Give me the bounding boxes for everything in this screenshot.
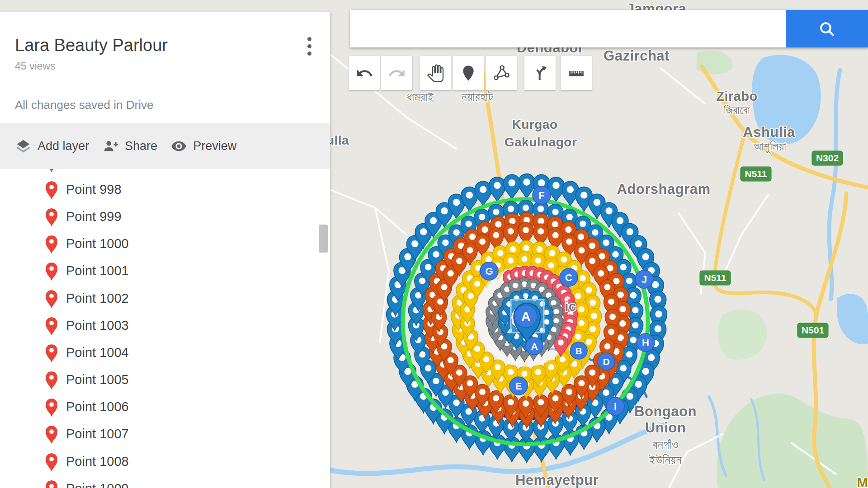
redo-icon	[388, 64, 406, 82]
search-bar	[350, 10, 868, 47]
map-label: ধামরাই	[407, 90, 434, 104]
point-pin-icon	[45, 315, 58, 336]
map-marker-B[interactable]: B	[570, 342, 587, 359]
point-label: Point 1009	[66, 481, 129, 488]
map-label: Ashulia	[743, 124, 795, 140]
directions-button[interactable]	[524, 56, 556, 90]
svg-text:E: E	[515, 380, 522, 392]
left-panel: Lara Beauty Parlour 45 views All changes…	[0, 12, 330, 488]
list-item[interactable]: Point 1004	[0, 339, 330, 366]
svg-text:C: C	[565, 272, 572, 283]
map-marker-A[interactable]: A	[526, 338, 543, 355]
person-add-icon	[102, 138, 119, 155]
map-label: Kurgao	[512, 117, 558, 131]
undo-icon	[355, 64, 373, 82]
search-input[interactable]	[350, 10, 786, 47]
point-label: Point 1007	[66, 427, 129, 441]
share-button[interactable]: Share	[102, 138, 157, 155]
map-label: Zirabo	[716, 89, 758, 103]
add-layer-button[interactable]: Add layer	[15, 138, 89, 155]
preview-button[interactable]: Preview	[170, 138, 236, 155]
list-item[interactable]: Point 1002	[0, 285, 330, 312]
point-pin-icon	[45, 424, 58, 444]
svg-text:N501: N501	[802, 325, 825, 335]
svg-text:G: G	[485, 266, 493, 277]
map-label: Bongaon	[634, 404, 697, 419]
map-label: M	[857, 475, 868, 488]
map-marker-C[interactable]: C	[560, 268, 578, 286]
directions-icon	[531, 64, 549, 82]
redo-button[interactable]	[381, 56, 412, 90]
map-label: ইউনিয়ন	[649, 453, 682, 467]
add-marker-button[interactable]	[453, 56, 484, 90]
list-item[interactable]: Point 998	[0, 176, 330, 203]
map-toolbar	[349, 56, 592, 90]
svg-text:N302: N302	[816, 153, 839, 163]
svg-text:D: D	[603, 357, 609, 367]
add-marker-icon	[459, 64, 477, 82]
kebab-menu-icon	[307, 37, 311, 41]
svg-text:B: B	[575, 346, 582, 356]
scrollbar-thumb[interactable]	[319, 225, 328, 253]
list-item[interactable]: Point 1009	[0, 475, 330, 488]
map-marker-D[interactable]: D	[598, 353, 615, 370]
point-pin-icon	[45, 261, 58, 281]
point-label: Point 1001	[66, 263, 129, 278]
map-marker-I[interactable]: I	[606, 397, 624, 415]
map-marker-J[interactable]: J	[635, 270, 653, 288]
point-label: Point 1006	[66, 399, 129, 414]
search-icon	[818, 20, 836, 38]
list-item[interactable]: Point 1008	[0, 448, 330, 475]
map-title[interactable]: Lara Beauty Parlour	[15, 36, 168, 55]
point-pin-icon	[45, 370, 58, 390]
panel-toolbar: Add layer Share Preview	[0, 123, 330, 169]
svg-text:A: A	[521, 310, 530, 324]
map-label: Adorshagram	[617, 181, 710, 197]
point-pin-icon	[45, 234, 58, 254]
point-pin-icon	[45, 179, 58, 200]
point-pin-icon	[45, 479, 58, 488]
pan-icon	[426, 64, 444, 82]
undo-button[interactable]	[349, 56, 380, 90]
svg-text:J: J	[642, 274, 647, 285]
list-item[interactable]: Point 1000	[0, 230, 330, 258]
search-button[interactable]	[786, 10, 868, 47]
list-item[interactable]: Point 1003	[0, 312, 330, 339]
map-label: Union	[645, 420, 686, 436]
list-item[interactable]: Point 999	[0, 203, 330, 230]
views-count: 45 views	[15, 60, 55, 72]
point-label: Point 1000	[66, 236, 129, 251]
svg-text:F: F	[538, 190, 544, 201]
map-marker-H[interactable]: H	[637, 333, 655, 352]
map-marker-F[interactable]: F	[533, 186, 551, 204]
map-label: Gazirchat	[604, 48, 670, 64]
svg-text:A: A	[531, 341, 538, 352]
list-item[interactable]: Point 1007	[0, 421, 330, 448]
map-label: Hemayetpur	[515, 472, 599, 488]
map-label: Gakulnagor	[505, 135, 577, 149]
point-label: Point 1002	[66, 291, 129, 306]
share-label: Share	[125, 139, 157, 153]
svg-text:N511: N511	[704, 272, 726, 283]
pan-button[interactable]	[420, 56, 451, 90]
map-label: জিরাবো	[723, 103, 750, 116]
list-item[interactable]: Point 1006	[0, 394, 330, 421]
map-label: আশুলিয়া	[753, 140, 786, 154]
points-list: Point 997 Point 998 Point 999 Point 1000…	[0, 149, 330, 488]
point-label: Point 1008	[66, 454, 129, 469]
point-label: Point 998	[66, 182, 122, 197]
list-item[interactable]: Point 1005	[0, 366, 330, 394]
map-marker-E[interactable]: E	[509, 377, 528, 395]
map-marker-G[interactable]: G	[480, 262, 498, 280]
draw-line-icon	[492, 64, 510, 82]
point-label: Point 999	[66, 209, 122, 224]
list-item[interactable]: Point 1001	[0, 258, 330, 285]
measure-button[interactable]	[561, 56, 592, 90]
point-pin-icon	[45, 397, 58, 417]
road-badge: N501	[797, 323, 828, 338]
point-pin-icon	[45, 343, 58, 363]
map-marker-A[interactable]: A	[514, 305, 537, 328]
draw-line-button[interactable]	[486, 56, 517, 90]
road-badge: N511	[700, 271, 731, 285]
kebab-menu-button[interactable]	[298, 31, 320, 61]
